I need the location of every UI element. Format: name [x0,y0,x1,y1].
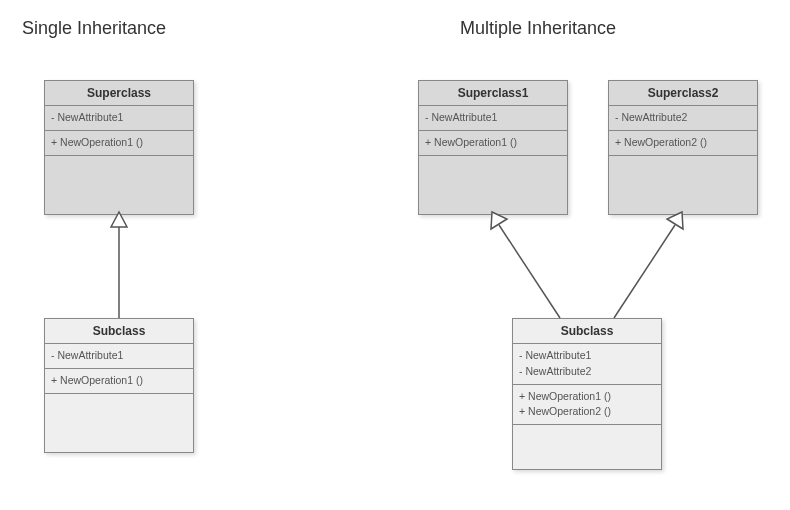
class-filler [513,425,661,469]
svg-marker-5 [667,212,683,229]
arrow-single [111,212,127,318]
class-attributes: - NewAttribute1 [419,106,567,131]
single-subclass-box: Subclass - NewAttribute1 + NewOperation1… [44,318,194,453]
class-attributes: - NewAttribute1 - NewAttribute2 [513,344,661,385]
class-operations: + NewOperation1 () [419,131,567,156]
class-filler [45,156,193,214]
class-operations: + NewOperation2 () [609,131,757,156]
class-filler [419,156,567,214]
multiple-superclass2-box: Superclass2 - NewAttribute2 + NewOperati… [608,80,758,215]
class-operations: + NewOperation1 () + NewOperation2 () [513,385,661,426]
class-attributes: - NewAttribute1 [45,344,193,369]
class-operations: + NewOperation1 () [45,131,193,156]
class-attribute: - NewAttribute1 [519,348,655,364]
arrow-multiple-left [491,212,560,318]
class-name: Subclass [45,319,193,344]
class-filler [609,156,757,214]
svg-line-4 [614,225,675,318]
multiple-inheritance-title: Multiple Inheritance [460,18,616,39]
class-operations: + NewOperation1 () [45,369,193,394]
svg-line-2 [499,225,560,318]
class-attribute: - NewAttribute2 [519,364,655,380]
class-filler [45,394,193,452]
class-name: Superclass1 [419,81,567,106]
class-name: Superclass [45,81,193,106]
svg-marker-3 [491,212,507,229]
single-superclass-box: Superclass - NewAttribute1 + NewOperatio… [44,80,194,215]
class-name: Subclass [513,319,661,344]
class-attributes: - NewAttribute1 [45,106,193,131]
class-name: Superclass2 [609,81,757,106]
class-attributes: - NewAttribute2 [609,106,757,131]
multiple-superclass1-box: Superclass1 - NewAttribute1 + NewOperati… [418,80,568,215]
class-operation: + NewOperation1 () [519,389,655,405]
multiple-subclass-box: Subclass - NewAttribute1 - NewAttribute2… [512,318,662,470]
arrow-multiple-right [614,212,683,318]
class-operation: + NewOperation2 () [519,404,655,420]
single-inheritance-title: Single Inheritance [22,18,166,39]
